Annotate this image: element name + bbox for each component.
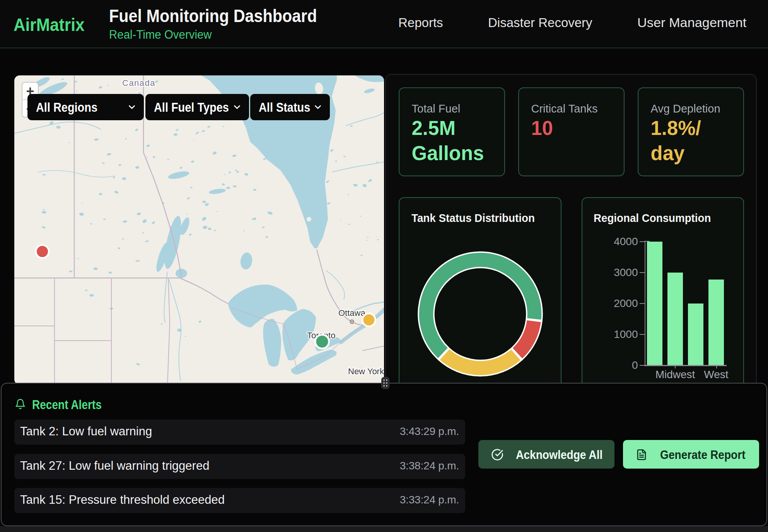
svg-text:New York: New York bbox=[348, 367, 384, 376]
svg-text:Ottawa: Ottawa bbox=[338, 308, 365, 318]
svg-text:Canada: Canada bbox=[122, 78, 155, 88]
